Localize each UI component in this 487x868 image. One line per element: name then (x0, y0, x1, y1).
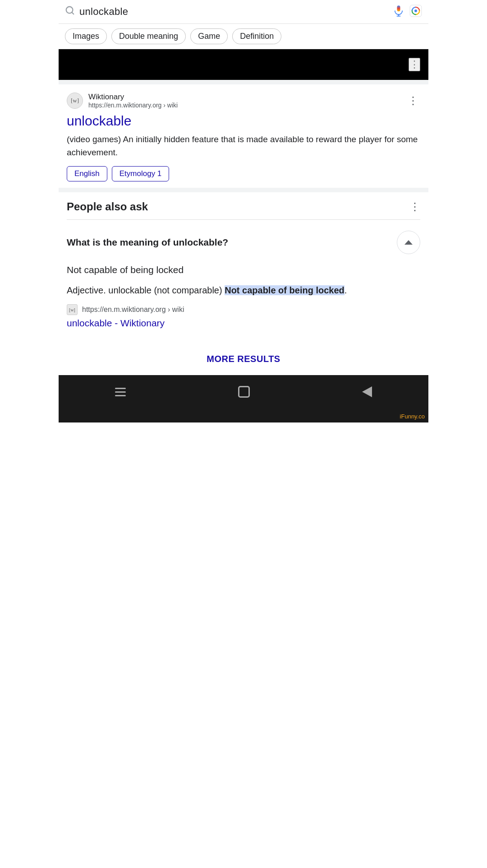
result-title-link[interactable]: unlockable (67, 113, 420, 129)
filter-chip-double-meaning[interactable]: Double meaning (111, 28, 186, 44)
redacted-content-bar: ⋮ (59, 49, 428, 80)
result-chips-row: English Etymology 1 (67, 166, 420, 181)
paa-inner-divider (67, 219, 420, 220)
filter-chip-images[interactable]: Images (65, 28, 107, 44)
paa-short-answer: Not capable of being locked (67, 263, 420, 276)
svg-line-1 (72, 12, 74, 14)
paa-answer-source-row: [w] https://en.m.wiktionary.org › wiki (67, 304, 420, 315)
wiktionary-result-card: [w] Wiktionary https://en.m.wiktionary.o… (59, 84, 428, 188)
result-source-left: [w] Wiktionary https://en.m.wiktionary.o… (67, 93, 178, 109)
filter-chip-game[interactable]: Game (190, 28, 228, 44)
google-lens-icon[interactable] (409, 5, 422, 19)
recent-apps-icon (115, 388, 126, 396)
home-icon (238, 386, 250, 398)
paa-answer-source-url: https://en.m.wiktionary.org › wiki (82, 306, 184, 314)
result-description: (video games) An initially hidden featur… (67, 133, 420, 159)
search-actions (392, 5, 422, 19)
svg-point-6 (414, 9, 417, 12)
paa-long-answer-suffix: . (345, 285, 347, 295)
source-url: https://en.m.wiktionary.org › wiki (88, 102, 178, 109)
source-name: Wiktionary (88, 93, 178, 102)
back-button[interactable] (351, 383, 383, 401)
paa-long-answer: Adjective. unlockable (not comparable) N… (67, 283, 420, 297)
section-divider (59, 80, 428, 84)
paa-question-row: What is the meaning of unlockable? (67, 227, 420, 260)
chevron-up-icon (404, 240, 413, 245)
wiktionary-favicon: [w] (67, 93, 83, 109)
paa-chevron-button[interactable] (397, 231, 420, 254)
search-query[interactable]: unlockable (79, 6, 388, 18)
bottom-navigation-bar (59, 375, 428, 412)
paa-header: People also ask ⋮ (67, 200, 420, 213)
ifunny-watermark-text: iFunny.co (400, 413, 425, 420)
search-icon (65, 5, 75, 18)
microphone-icon[interactable] (392, 5, 405, 19)
paa-divider-top (59, 188, 428, 192)
result-chip-etymology[interactable]: Etymology 1 (112, 166, 170, 181)
paa-long-answer-prefix: Adjective. unlockable (not comparable) (67, 285, 225, 295)
filter-chips-row: Images Double meaning Game Definition (59, 24, 428, 49)
result-source-row: [w] Wiktionary https://en.m.wiktionary.o… (67, 93, 420, 109)
back-icon (362, 386, 372, 397)
result-chip-english[interactable]: English (67, 166, 107, 181)
paa-question-text: What is the meaning of unlockable? (67, 236, 392, 249)
paa-answer-block: Not capable of being locked Adjective. u… (67, 260, 420, 345)
paa-question-block: What is the meaning of unlockable? Not c… (67, 227, 420, 345)
svg-rect-2 (397, 5, 400, 11)
paa-answer-favicon: [w] (67, 304, 78, 315)
search-bar: unlockable (59, 0, 428, 24)
result-more-button[interactable]: ⋮ (406, 93, 420, 109)
more-results-section: MORE RESULTS (59, 345, 428, 375)
recent-apps-button[interactable] (104, 384, 137, 400)
paa-title: People also ask (67, 200, 148, 213)
home-button[interactable] (227, 382, 261, 401)
people-also-ask-section: People also ask ⋮ What is the meaning of… (59, 192, 428, 345)
source-text-block: Wiktionary https://en.m.wiktionary.org ›… (88, 93, 178, 109)
paa-long-answer-highlight: Not capable of being locked (225, 285, 345, 295)
paa-more-button[interactable]: ⋮ (409, 200, 420, 213)
filter-chip-definition[interactable]: Definition (232, 28, 281, 44)
paa-answer-source-link[interactable]: unlockable - Wiktionary (67, 318, 420, 329)
more-results-button[interactable]: MORE RESULTS (207, 354, 280, 364)
redacted-more-button[interactable]: ⋮ (409, 58, 420, 71)
ifunny-watermark: iFunny.co (59, 412, 428, 422)
